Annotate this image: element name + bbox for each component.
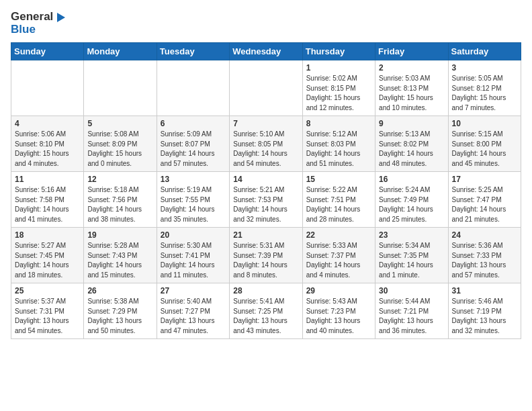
day-number: 17: [452, 175, 517, 184]
day-number: 24: [452, 230, 517, 240]
calendar-cell: 28Sunrise: 5:41 AM Sunset: 7:25 PM Dayli…: [230, 283, 302, 339]
day-number: 12: [87, 175, 152, 184]
column-header-wednesday: Wednesday: [230, 43, 302, 60]
day-info: Sunrise: 5:19 AM Sunset: 7:55 PM Dayligh…: [161, 185, 226, 224]
day-info: Sunrise: 5:33 AM Sunset: 7:37 PM Dayligh…: [306, 241, 371, 280]
day-info: Sunrise: 5:43 AM Sunset: 7:23 PM Dayligh…: [306, 297, 371, 336]
day-info: Sunrise: 5:36 AM Sunset: 7:33 PM Dayligh…: [452, 241, 517, 280]
calendar-cell: 10Sunrise: 5:15 AM Sunset: 8:00 PM Dayli…: [448, 116, 521, 172]
calendar-cell: 2Sunrise: 5:03 AM Sunset: 8:13 PM Daylig…: [375, 60, 448, 116]
calendar-cell: 21Sunrise: 5:31 AM Sunset: 7:39 PM Dayli…: [230, 228, 302, 283]
day-info: Sunrise: 5:27 AM Sunset: 7:45 PM Dayligh…: [15, 241, 80, 280]
column-header-tuesday: Tuesday: [157, 43, 229, 60]
day-number: 4: [15, 119, 80, 128]
calendar-cell: 9Sunrise: 5:13 AM Sunset: 8:02 PM Daylig…: [375, 116, 448, 172]
day-number: 6: [161, 119, 226, 128]
day-info: Sunrise: 5:37 AM Sunset: 7:31 PM Dayligh…: [15, 297, 80, 336]
day-number: 23: [379, 230, 444, 240]
day-number: 27: [161, 286, 226, 295]
day-number: 18: [15, 230, 80, 240]
day-info: Sunrise: 5:41 AM Sunset: 7:25 PM Dayligh…: [233, 297, 298, 336]
logo-general: General: [11, 10, 53, 23]
calendar-cell: [230, 60, 302, 116]
day-info: Sunrise: 5:15 AM Sunset: 8:00 PM Dayligh…: [452, 130, 517, 169]
day-info: Sunrise: 5:34 AM Sunset: 7:35 PM Dayligh…: [379, 241, 444, 280]
day-number: 25: [15, 286, 80, 295]
day-info: Sunrise: 5:24 AM Sunset: 7:49 PM Dayligh…: [379, 185, 444, 224]
calendar-cell: 5Sunrise: 5:08 AM Sunset: 8:09 PM Daylig…: [84, 116, 157, 172]
calendar-cell: 14Sunrise: 5:21 AM Sunset: 7:53 PM Dayli…: [230, 172, 302, 228]
calendar-week-4: 18Sunrise: 5:27 AM Sunset: 7:45 PM Dayli…: [11, 228, 521, 283]
calendar-cell: 31Sunrise: 5:46 AM Sunset: 7:19 PM Dayli…: [448, 283, 521, 339]
calendar-cell: 11Sunrise: 5:16 AM Sunset: 7:58 PM Dayli…: [11, 172, 84, 228]
day-info: Sunrise: 5:25 AM Sunset: 7:47 PM Dayligh…: [452, 185, 517, 224]
calendar-cell: [84, 60, 157, 116]
calendar-cell: 20Sunrise: 5:30 AM Sunset: 7:41 PM Dayli…: [157, 228, 229, 283]
calendar-cell: 15Sunrise: 5:22 AM Sunset: 7:51 PM Dayli…: [302, 172, 375, 228]
day-info: Sunrise: 5:40 AM Sunset: 7:27 PM Dayligh…: [161, 297, 226, 336]
day-info: Sunrise: 5:31 AM Sunset: 7:39 PM Dayligh…: [233, 241, 298, 280]
day-info: Sunrise: 5:44 AM Sunset: 7:21 PM Dayligh…: [379, 297, 444, 336]
calendar-cell: 13Sunrise: 5:19 AM Sunset: 7:55 PM Dayli…: [157, 172, 229, 228]
calendar-cell: 22Sunrise: 5:33 AM Sunset: 7:37 PM Dayli…: [302, 228, 375, 283]
day-info: Sunrise: 5:12 AM Sunset: 8:03 PM Dayligh…: [306, 130, 371, 169]
day-info: Sunrise: 5:09 AM Sunset: 8:07 PM Dayligh…: [161, 130, 226, 169]
calendar-cell: [157, 60, 229, 116]
day-number: 26: [87, 286, 152, 295]
day-info: Sunrise: 5:06 AM Sunset: 8:10 PM Dayligh…: [15, 130, 80, 169]
day-number: 16: [379, 175, 444, 184]
calendar-cell: 7Sunrise: 5:10 AM Sunset: 8:05 PM Daylig…: [230, 116, 302, 172]
day-info: Sunrise: 5:18 AM Sunset: 7:56 PM Dayligh…: [87, 185, 152, 224]
calendar-cell: 27Sunrise: 5:40 AM Sunset: 7:27 PM Dayli…: [157, 283, 229, 339]
day-number: 21: [233, 230, 298, 240]
calendar-cell: 19Sunrise: 5:28 AM Sunset: 7:43 PM Dayli…: [84, 228, 157, 283]
calendar-week-5: 25Sunrise: 5:37 AM Sunset: 7:31 PM Dayli…: [11, 283, 521, 339]
day-number: 19: [87, 230, 152, 240]
calendar-week-1: 1Sunrise: 5:02 AM Sunset: 8:15 PM Daylig…: [11, 60, 521, 116]
calendar-cell: 24Sunrise: 5:36 AM Sunset: 7:33 PM Dayli…: [448, 228, 521, 283]
day-info: Sunrise: 5:10 AM Sunset: 8:05 PM Dayligh…: [233, 130, 298, 169]
day-number: 5: [87, 119, 152, 128]
day-info: Sunrise: 5:05 AM Sunset: 8:12 PM Dayligh…: [452, 74, 517, 113]
day-info: Sunrise: 5:28 AM Sunset: 7:43 PM Dayligh…: [87, 241, 152, 280]
day-number: 3: [452, 63, 517, 73]
day-number: 11: [15, 175, 80, 184]
day-info: Sunrise: 5:38 AM Sunset: 7:29 PM Dayligh…: [87, 297, 152, 336]
calendar-cell: 3Sunrise: 5:05 AM Sunset: 8:12 PM Daylig…: [448, 60, 521, 116]
day-number: 22: [306, 230, 371, 240]
calendar-cell: 29Sunrise: 5:43 AM Sunset: 7:23 PM Dayli…: [302, 283, 375, 339]
calendar-cell: 6Sunrise: 5:09 AM Sunset: 8:07 PM Daylig…: [157, 116, 229, 172]
calendar-cell: 17Sunrise: 5:25 AM Sunset: 7:47 PM Dayli…: [448, 172, 521, 228]
logo-text: General Blue: [11, 11, 66, 36]
day-number: 15: [306, 175, 371, 184]
day-info: Sunrise: 5:30 AM Sunset: 7:41 PM Dayligh…: [161, 241, 226, 280]
day-number: 31: [452, 286, 517, 295]
logo-blue: Blue: [11, 23, 36, 36]
calendar-cell: 12Sunrise: 5:18 AM Sunset: 7:56 PM Dayli…: [84, 172, 157, 228]
calendar-week-2: 4Sunrise: 5:06 AM Sunset: 8:10 PM Daylig…: [11, 116, 521, 172]
logo-triangle-icon: [54, 11, 66, 24]
day-number: 29: [306, 286, 371, 295]
day-number: 10: [452, 119, 517, 128]
calendar-table: SundayMondayTuesdayWednesdayThursdayFrid…: [11, 42, 521, 339]
day-number: 30: [379, 286, 444, 295]
calendar-cell: 25Sunrise: 5:37 AM Sunset: 7:31 PM Dayli…: [11, 283, 84, 339]
day-number: 9: [379, 119, 444, 128]
calendar-cell: 1Sunrise: 5:02 AM Sunset: 8:15 PM Daylig…: [302, 60, 375, 116]
column-header-saturday: Saturday: [448, 43, 521, 60]
calendar-cell: 26Sunrise: 5:38 AM Sunset: 7:29 PM Dayli…: [84, 283, 157, 339]
day-number: 7: [233, 119, 298, 128]
calendar-cell: 16Sunrise: 5:24 AM Sunset: 7:49 PM Dayli…: [375, 172, 448, 228]
day-info: Sunrise: 5:13 AM Sunset: 8:02 PM Dayligh…: [379, 130, 444, 169]
day-number: 2: [379, 63, 444, 73]
day-info: Sunrise: 5:22 AM Sunset: 7:51 PM Dayligh…: [306, 185, 371, 224]
day-number: 13: [161, 175, 226, 184]
day-number: 8: [306, 119, 371, 128]
calendar-cell: [11, 60, 84, 116]
calendar-cell: 18Sunrise: 5:27 AM Sunset: 7:45 PM Dayli…: [11, 228, 84, 283]
calendar-week-3: 11Sunrise: 5:16 AM Sunset: 7:58 PM Dayli…: [11, 172, 521, 228]
calendar-cell: 8Sunrise: 5:12 AM Sunset: 8:03 PM Daylig…: [302, 116, 375, 172]
column-header-sunday: Sunday: [11, 43, 84, 60]
column-header-thursday: Thursday: [302, 43, 375, 60]
svg-marker-0: [57, 13, 65, 22]
